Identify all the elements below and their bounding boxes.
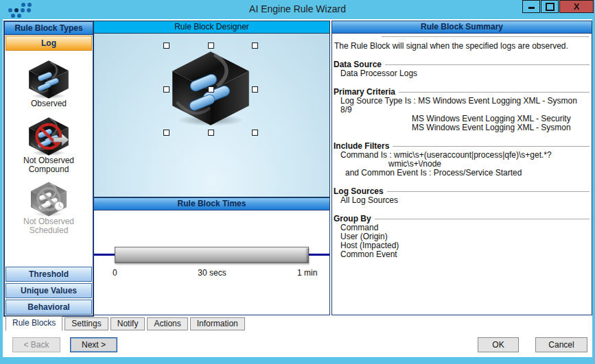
category-log-button[interactable]: Log [5,36,92,51]
rule-block-designer-panel: Rule Block Designer [93,21,330,197]
maximize-icon [546,3,555,11]
time-tick-end: 1 min [297,268,317,278]
rule-block-summary-body: The Rule Block will signal when the spec… [332,34,592,315]
summary-section-include-filters: Include Filters Command Is : wmic\s+(use… [334,142,590,178]
time-tick-start: 0 [113,268,117,278]
time-tick-mid: 30 secs [185,268,240,278]
time-slider-range[interactable] [115,247,309,263]
rule-block-summary-header: Rule Block Summary [332,21,592,34]
selection-handle[interactable] [208,130,214,136]
selection-handle[interactable] [252,43,258,49]
tab-actions[interactable]: Actions [147,317,187,330]
selection-handles [163,43,258,136]
selection-handle[interactable] [252,130,258,136]
category-buttons: Threshold Unique Values Behavioral [5,265,92,315]
ai-engine-rule-wizard-window: AI Engine Rule Wizard X Rule Block Types… [0,0,595,364]
selection-handle[interactable] [208,43,214,49]
type-not-observed-scheduled[interactable]: Not Observed Scheduled [5,181,93,235]
type-not-observed-compound-label-2: Compound [5,165,93,174]
tab-notify[interactable]: Notify [110,317,145,330]
summary-section-data-source: Data Source Data Processor Logs [334,60,590,78]
designer-canvas[interactable] [94,34,329,197]
selection-handle[interactable] [163,130,170,136]
summary-section-primary-criteria: Primary Criteria Log Source Type Is : MS… [334,88,590,132]
window-title: AI Engine Rule Wizard [0,3,595,14]
selection-handle[interactable] [208,86,214,93]
selection-handle[interactable] [163,43,170,49]
not-observed-scheduled-cube-icon [30,181,68,217]
rule-block-summary-panel: Rule Block Summary The Rule Block will s… [331,21,592,315]
rule-block-designer-header: Rule Block Designer [94,21,329,34]
wizard-body: Rule Block Types Log Observed Not Observ… [3,19,592,357]
rule-block-times-panel: Rule Block Times 0 30 secs 1 min [93,197,330,315]
type-not-observed-scheduled-label-2: Scheduled [5,226,93,235]
maximize-button[interactable] [541,0,559,13]
summary-section-log-sources: Log Sources All Log Sources [334,187,590,205]
ok-button[interactable]: OK [478,337,519,352]
summary-item: Data Processor Logs [334,69,590,78]
rule-block-times-header: Rule Block Times [94,198,329,210]
summary-section-group-by: Group By Command User (Origin) Host (Imp… [334,215,590,259]
rule-block-types-panel: Rule Block Types Log Observed Not Observ… [3,21,94,317]
wizard-tabbar: Rule Blocks Settings Notify Actions Info… [5,316,245,332]
close-icon: X [574,1,580,12]
category-threshold-button[interactable]: Threshold [5,267,92,282]
summary-item: and Common Event Is : Process/Service St… [334,169,590,178]
summary-intro: The Rule Block will signal when the spec… [334,40,590,51]
tab-information[interactable]: Information [190,317,245,330]
next-button[interactable]: Next > [70,337,117,352]
tab-rule-blocks[interactable]: Rule Blocks [5,316,62,331]
titlebar: AI Engine Rule Wizard X [0,0,595,19]
rule-block-times-body: 0 30 secs 1 min [94,210,329,315]
minimize-icon [528,7,535,9]
summary-item: Command Is : wmic\s+(useraccount|process… [334,151,590,160]
tab-settings[interactable]: Settings [65,317,108,330]
selection-handle[interactable] [252,86,258,93]
summary-item: MS Windows Event Logging XML - Sysmon [334,123,590,132]
summary-item: All Log Sources [334,196,590,205]
summary-item: Log Source Type Is : MS Windows Event Lo… [334,97,590,114]
summary-item: Common Event [334,250,590,259]
not-observed-compound-cube-icon [27,117,70,156]
type-not-observed-compound[interactable]: Not Observed Compound [5,117,93,174]
summary-top-divider [382,36,589,37]
type-observed-label: Observed [5,99,93,108]
type-observed[interactable]: Observed [5,60,93,108]
minimize-button[interactable] [522,0,540,13]
selection-handle[interactable] [163,86,170,93]
cancel-button[interactable]: Cancel [535,337,587,352]
rule-block-types-header: Rule Block Types [5,22,93,35]
category-unique-values-button[interactable]: Unique Values [5,283,92,298]
close-button[interactable]: X [559,0,594,13]
observed-cube-icon [27,60,70,99]
category-behavioral-button[interactable]: Behavioral [5,300,92,315]
back-button[interactable]: < Back [12,337,60,352]
